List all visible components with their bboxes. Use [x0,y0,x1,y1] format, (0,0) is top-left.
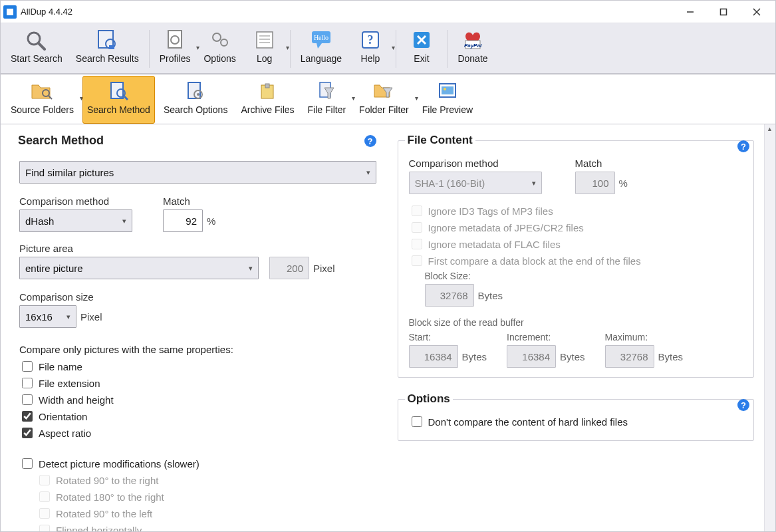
start-input: 16384 [409,345,458,368]
help-icon[interactable]: ? [364,135,376,147]
fc-comparison-label: Comparison method [409,158,542,169]
chk-ign-flac: Ignore metadata of FLAC files [409,237,743,251]
bytes-unit: Bytes [658,351,684,362]
search-method-title: Search Method [15,134,376,148]
tab-search-options[interactable]: Search Options [159,76,233,124]
tab-search-method[interactable]: Search Method [82,76,155,124]
chk-rot180: Rotated 180° to the right [37,489,376,504]
question-icon: ? [356,28,385,52]
folder-funnel-icon [369,79,398,103]
picture-area-label: Picture area [19,243,376,254]
mode-select[interactable]: Find similar pictures ▾ [19,161,376,184]
chk-orientation[interactable]: Orientation [19,409,376,424]
donate-button[interactable]: PayPal Donate [453,25,493,73]
chk-file-ext[interactable]: File extension [19,376,376,390]
block-size-label: Block Size: [425,271,743,281]
comparison-size-label: Comparison size [19,291,376,303]
chevron-down-icon[interactable]: ▾ [392,44,395,51]
folder-magnifier-icon [27,79,57,103]
match-input[interactable]: 92 [163,209,203,232]
tab-folder-filter[interactable]: Folder Filter ▾ [354,76,414,124]
profiles-label: Profiles [160,53,191,64]
options-label: Options [203,53,235,64]
pct-unit: % [619,178,628,189]
gear-page-icon [160,28,190,52]
help-icon[interactable]: ? [737,399,749,411]
tab-archive-files[interactable]: Archive Files [236,76,299,124]
match-label: Match [163,196,215,207]
file-content-title: File Content [405,134,475,147]
file-gear-icon [181,79,210,103]
help-icon[interactable]: ? [737,140,749,152]
svg-marker-19 [317,43,322,49]
svg-rect-29 [111,82,123,98]
exit-label: Exit [414,53,429,64]
chk-hardlink[interactable]: Don't compare the content of hard linked… [409,414,743,429]
language-button[interactable]: Hello Language [296,25,346,73]
chevron-down-icon: ▾ [366,168,370,177]
chk-file-name[interactable]: File name [19,359,376,374]
chevron-down-icon: ▾ [66,313,70,321]
chk-first-block: First compare a data block at the end of… [409,253,743,268]
options-button[interactable]: Options [199,25,240,73]
language-label: Language [301,53,342,64]
chk-aspect[interactable]: Aspect ratio [19,426,376,440]
same-props-label: Compare only pictures with the same prop… [19,344,376,355]
mode-select-value: Find similar pictures [25,167,114,178]
log-button[interactable]: Log ▾ [245,25,285,73]
comparison-size-select[interactable]: 16x16 ▾ [19,305,76,328]
tab-source-folders[interactable]: Source Folders ▾ [6,76,78,124]
file-content-pane: File Content ? Comparison method SHA-1 (… [390,124,776,532]
buffer-label: Block size of the read buffer [409,317,743,328]
main-toolbar: Start Search Search Results Profiles ▾ O… [1,23,775,74]
window-title: AllDup 4.4.42 [21,7,72,17]
tab-search-method-label: Search Method [87,104,150,115]
tab-file-preview[interactable]: File Preview [418,76,477,124]
tab-source-folders-label: Source Folders [11,104,74,115]
close-button[interactable] [741,1,773,23]
incr-input: 16384 [507,345,556,368]
bytes-unit: Bytes [560,351,585,362]
pixel-unit: Pixel [313,263,335,274]
svg-line-5 [39,43,45,49]
search-method-pane: Search Method ? Find similar pictures ▾ … [1,124,390,532]
donate-label: Donate [457,53,487,64]
magnifier-icon [22,28,51,52]
incr-label: Increment: [507,332,585,342]
tab-folder-filter-label: Folder Filter [359,104,409,115]
comparison-method-label: Comparison method [19,196,152,207]
svg-point-11 [213,33,221,41]
picture-area-px-input: 200 [269,257,309,279]
app-icon [3,5,17,19]
help-button[interactable]: ? Help ▾ [350,25,390,73]
exit-button[interactable]: Exit [402,25,442,73]
svg-rect-13 [257,32,273,48]
profiles-button[interactable]: Profiles ▾ [155,25,195,73]
comparison-method-select[interactable]: dHash ▾ [19,209,132,232]
results-icon [92,28,122,52]
fc-match-label: Match [575,158,628,169]
file-content-group: File Content ? Comparison method SHA-1 (… [398,134,755,378]
tab-file-filter[interactable]: File Filter ▾ [303,76,351,124]
start-search-button[interactable]: Start Search [6,25,67,73]
comparison-size-value: 16x16 [25,311,53,323]
chevron-down-icon[interactable]: ▾ [286,44,289,51]
minimize-button[interactable] [674,1,706,23]
chk-width-height[interactable]: Width and height [19,392,376,407]
svg-point-12 [221,39,227,46]
tab-bar: Source Folders ▾ Search Method Search Op… [1,74,775,124]
file-magnifier-icon [104,79,133,103]
tab-archive-files-label: Archive Files [241,104,294,115]
search-results-button[interactable]: Search Results [71,25,144,73]
tab-search-options-label: Search Options [164,104,228,115]
svg-rect-1 [721,9,727,15]
gears-icon [205,28,235,52]
chk-rot90r: Rotated 90° to the right [37,473,376,487]
chevron-down-icon: ▾ [249,264,253,273]
maximize-button[interactable] [708,1,739,23]
picture-area-select[interactable]: entire picture ▾ [19,257,259,279]
chevron-down-icon: ▾ [122,217,126,225]
start-label: Start: [409,332,487,342]
vertical-scrollbar[interactable] [764,124,775,532]
chk-detect-mods[interactable]: Detect picture modifications (slower) [19,456,376,471]
